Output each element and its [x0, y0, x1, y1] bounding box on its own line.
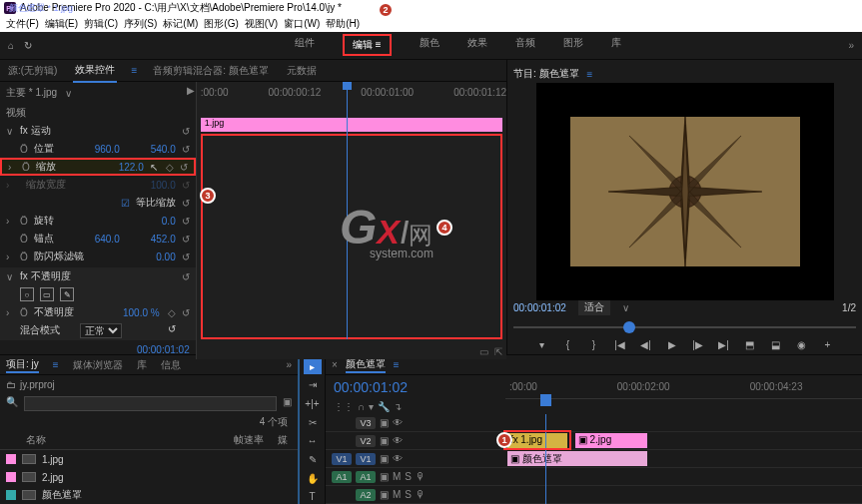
tab-media-browser[interactable]: 媒体浏览器: [73, 358, 123, 372]
fx-position[interactable]: 位置: [34, 142, 64, 156]
tab-program[interactable]: 节目: 颜色遮罩: [513, 67, 579, 81]
track-a1[interactable]: A1: [356, 471, 376, 483]
out-point-icon[interactable]: }: [586, 339, 602, 350]
sync-icon[interactable]: ↻: [24, 40, 32, 51]
tab-metadata[interactable]: 元数据: [285, 60, 319, 82]
fx-playhead[interactable]: [347, 82, 348, 339]
selection-tool-icon[interactable]: ▸: [304, 359, 322, 374]
timeline-playhead[interactable]: [545, 414, 546, 504]
fx-flicker[interactable]: 防闪烁滤镜: [34, 250, 120, 263]
settings-icon[interactable]: +: [820, 339, 836, 350]
step-back-icon[interactable]: ◀|: [638, 339, 654, 350]
fx-tl-icon[interactable]: ▭: [479, 346, 488, 357]
workspace-audio[interactable]: 音频: [515, 36, 535, 56]
timeline-timecode[interactable]: 00:00:01:02: [326, 375, 505, 399]
program-scrubber[interactable]: [513, 319, 856, 335]
resolution[interactable]: 1/2: [842, 302, 856, 313]
workspace-graphics[interactable]: 图形: [563, 36, 583, 56]
fx-rotation[interactable]: 旋转: [34, 214, 120, 228]
lift-icon[interactable]: ⬒: [742, 339, 758, 350]
fx-position-x[interactable]: 960.0: [70, 144, 120, 155]
menu-clip[interactable]: 剪辑(C): [82, 17, 120, 31]
mask-pen-icon[interactable]: ✎: [60, 287, 74, 301]
link-icon[interactable]: ∩: [358, 401, 365, 412]
fx-scale-value[interactable]: 122.0: [94, 162, 144, 173]
mask-ellipse-icon[interactable]: ○: [20, 287, 34, 301]
razor-tool-icon[interactable]: ✂: [304, 415, 322, 430]
menu-window[interactable]: 窗口(W): [282, 17, 322, 31]
step-fwd-icon[interactable]: |▶: [690, 339, 706, 350]
fx-opacity[interactable]: fx 不透明度: [20, 269, 176, 283]
workspace-effects[interactable]: 效果: [467, 36, 487, 56]
mask-rect-icon[interactable]: ▭: [40, 287, 54, 301]
tl-opt-icon[interactable]: ↴: [394, 401, 402, 412]
tab-menu-icon[interactable]: ≡: [131, 65, 137, 76]
hand-tool-icon[interactable]: ✋: [304, 471, 322, 486]
workspace-color[interactable]: 颜色: [420, 36, 439, 56]
slip-tool-icon[interactable]: ↔: [304, 434, 322, 449]
menu-graphics[interactable]: 图形(G): [202, 17, 240, 31]
source-a1[interactable]: A1: [332, 471, 352, 483]
timeline-content[interactable]: fx 1.jpg ▣ 2.jpg ▣ 颜色遮罩: [505, 414, 862, 504]
proj-overflow[interactable]: »: [286, 359, 292, 370]
source-v1[interactable]: V1: [332, 453, 352, 465]
menu-marker[interactable]: 标记(M): [161, 17, 200, 31]
list-item[interactable]: 2.jpg: [0, 468, 298, 486]
extract-icon[interactable]: ⬓: [768, 339, 784, 350]
home-icon[interactable]: ⌂: [8, 40, 14, 51]
goto-out-icon[interactable]: ▶|: [716, 339, 732, 350]
fx-motion[interactable]: fx 运动: [20, 124, 176, 138]
pen-tool-icon[interactable]: ✎: [304, 452, 322, 467]
settings-wrench-icon[interactable]: 🔧: [378, 401, 390, 412]
menu-edit[interactable]: 编辑(E): [43, 17, 80, 31]
track-v2[interactable]: V2: [356, 435, 376, 447]
list-item[interactable]: 1.jpg: [0, 450, 298, 468]
menu-help[interactable]: 帮助(H): [324, 17, 362, 31]
tab-audio-mixer[interactable]: 音频剪辑混合器: 颜色遮罩: [151, 60, 271, 82]
tab-effect-controls[interactable]: 效果控件: [73, 59, 117, 83]
menu-sequence[interactable]: 序列(S): [122, 17, 159, 31]
workspace-editing[interactable]: 编辑 ≡: [343, 34, 392, 56]
project-search-input[interactable]: [24, 396, 277, 411]
fx-position-y[interactable]: 540.0: [126, 144, 176, 155]
goto-in-icon[interactable]: |◀: [612, 339, 628, 350]
col-framerate[interactable]: 帧速率: [234, 433, 264, 447]
tab-libraries[interactable]: 库: [137, 358, 147, 372]
fx-opacity-value[interactable]: 100.0 %: [110, 307, 160, 318]
track-v3[interactable]: V3: [356, 417, 376, 429]
effect-controls-timeline[interactable]: ▶ :00:00 00:00:00:12 00:00:01:00 00:00:0…: [196, 82, 506, 359]
marker-icon[interactable]: ▾: [534, 339, 550, 350]
fx-tl-icon2[interactable]: ⇱: [494, 346, 502, 357]
search-icon[interactable]: 🔍: [6, 396, 18, 411]
workspace-libraries[interactable]: 库: [611, 36, 621, 56]
filter-icon[interactable]: ▣: [283, 396, 292, 411]
zoom-fit[interactable]: 适合: [578, 299, 610, 315]
type-tool-icon[interactable]: T: [304, 489, 322, 504]
list-item[interactable]: 颜色遮罩: [0, 486, 298, 504]
uniform-scale-checkbox[interactable]: ☑: [121, 198, 130, 209]
tab-project[interactable]: 项目: jy: [6, 357, 39, 373]
tab-info[interactable]: 信息: [161, 358, 181, 372]
fx-scale[interactable]: 缩放: [36, 160, 88, 174]
program-monitor[interactable]: [513, 90, 856, 293]
overflow-icon[interactable]: »: [848, 40, 854, 51]
fx-anchor[interactable]: 锚点: [34, 232, 64, 246]
ripple-tool-icon[interactable]: +|+: [304, 396, 322, 411]
program-timecode[interactable]: 00:00:01:02: [513, 302, 566, 313]
scrubber-handle[interactable]: [623, 321, 635, 333]
track-a2[interactable]: A2: [356, 489, 376, 501]
export-frame-icon[interactable]: ◉: [794, 339, 810, 350]
menu-view[interactable]: 视图(V): [243, 17, 280, 31]
tab-source[interactable]: 源:(无剪辑): [6, 60, 59, 82]
in-point-icon[interactable]: {: [560, 339, 576, 350]
snap-icon[interactable]: ⋮⋮: [334, 401, 354, 412]
track-v1[interactable]: V1: [356, 453, 376, 465]
menu-file[interactable]: 文件(F): [4, 17, 41, 31]
blend-mode-select[interactable]: 正常: [80, 323, 122, 338]
marker-add-icon[interactable]: ▾: [369, 401, 374, 412]
play-icon[interactable]: ▶: [664, 339, 680, 350]
reset-icon[interactable]: ↺: [182, 126, 190, 137]
workspace-assembly[interactable]: 组件: [295, 36, 315, 56]
col-name[interactable]: 名称: [26, 433, 234, 447]
fx-timeline-clip[interactable]: 1.jpg: [201, 118, 502, 132]
